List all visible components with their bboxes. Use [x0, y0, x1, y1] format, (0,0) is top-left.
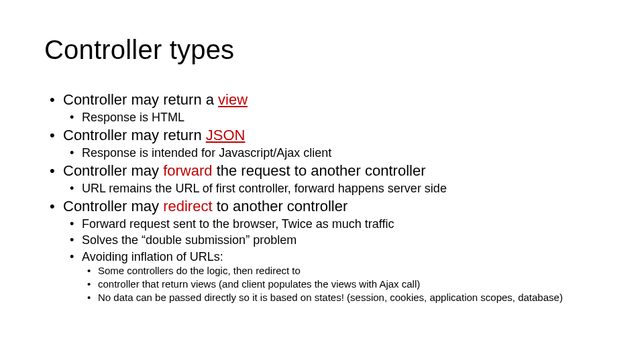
subsub-bullet: controller that return views (and client…	[82, 278, 600, 291]
bullet-redirect: Controller may redirect to another contr…	[44, 197, 600, 304]
sub-bullet: Avoiding inflation of URLs: Some control…	[63, 249, 600, 304]
sub-bullet-text: Avoiding inflation of URLs:	[82, 250, 223, 263]
subsub-bullet: No data can be passed directly so it is …	[82, 292, 600, 304]
bullet-json: Controller may return JSON Response is i…	[44, 126, 600, 160]
sub-bullet: URL remains the URL of first controller,…	[63, 181, 600, 196]
slide: Controller types Controller may return a…	[0, 0, 644, 362]
sub-bullet: Forward request sent to the browser, Twi…	[63, 217, 600, 232]
bullet-accent: forward	[163, 162, 212, 179]
sub-bullet-text: Response is HTML	[82, 111, 184, 124]
sublist: Forward request sent to the browser, Twi…	[63, 217, 600, 304]
sublist: Response is HTML	[63, 110, 600, 125]
slide-title: Controller types	[44, 35, 600, 65]
bullet-accent: view	[218, 91, 248, 108]
sub-bullet: Solves the “double submission” problem	[63, 233, 600, 248]
sublist: URL remains the URL of first controller,…	[63, 181, 600, 196]
sub-bullet-text: Response is intended for Javascript/Ajax…	[82, 146, 331, 160]
subsub-bullet-text: No data can be passed directly so it is …	[98, 292, 563, 303]
sub-sublist: Some controllers do the logic, then redi…	[82, 265, 600, 304]
subsub-bullet-text: controller that return views (and client…	[98, 278, 420, 290]
bullet-text: Controller may return	[63, 127, 206, 143]
bullet-text: Controller may return a	[63, 91, 218, 108]
bullet-text-suffix: to another controller	[213, 198, 348, 215]
bullet-forward: Controller may forward the request to an…	[44, 162, 600, 196]
sublist: Response is intended for Javascript/Ajax…	[63, 145, 600, 161]
bullet-accent: redirect	[163, 198, 212, 215]
subsub-bullet: Some controllers do the logic, then redi…	[82, 265, 600, 278]
sub-bullet: Response is intended for Javascript/Ajax…	[63, 145, 600, 161]
bullet-text-suffix: the request to another controller	[213, 162, 426, 179]
bullet-list: Controller may return a view Response is…	[44, 90, 600, 304]
sub-bullet-text: Solves the “double submission” problem	[82, 233, 297, 247]
bullet-accent: JSON	[206, 127, 246, 143]
sub-bullet-text: URL remains the URL of first controller,…	[82, 182, 447, 195]
sub-bullet-text: Forward request sent to the browser, Twi…	[82, 217, 394, 231]
subsub-bullet-text: Some controllers do the logic, then redi…	[98, 265, 301, 276]
bullet-text: Controller may	[63, 162, 163, 179]
bullet-view: Controller may return a view Response is…	[44, 90, 600, 125]
bullet-text: Controller may	[63, 198, 163, 215]
sub-bullet: Response is HTML	[63, 110, 600, 125]
